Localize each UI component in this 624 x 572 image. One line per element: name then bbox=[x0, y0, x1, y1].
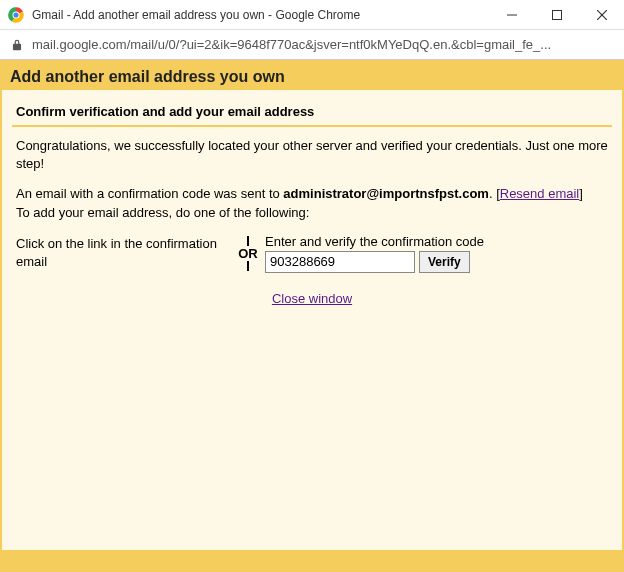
sent-prefix: An email with a confirmation code was se… bbox=[16, 186, 283, 201]
left-instruction: Click on the link in the confirmation em… bbox=[16, 235, 231, 271]
verify-button[interactable]: Verify bbox=[419, 251, 470, 273]
window-controls bbox=[489, 0, 624, 29]
maximize-button[interactable] bbox=[534, 0, 579, 29]
minimize-button[interactable] bbox=[489, 0, 534, 29]
lock-icon bbox=[10, 38, 24, 52]
url-text: mail.google.com/mail/u/0/?ui=2&ik=9648f7… bbox=[32, 37, 614, 52]
close-button[interactable] bbox=[579, 0, 624, 29]
content-wrap: Add another email address you own Confir… bbox=[0, 60, 624, 572]
panel: Confirm verification and add your email … bbox=[2, 90, 622, 550]
banner: Add another email address you own bbox=[2, 62, 622, 90]
right-column: Enter and verify the confirmation code V… bbox=[265, 234, 608, 273]
congrats-text: Congratulations, we successfully located… bbox=[16, 137, 608, 173]
svg-rect-4 bbox=[552, 10, 561, 19]
close-window-link[interactable]: Close window bbox=[272, 291, 352, 306]
resend-email-link[interactable]: Resend email bbox=[500, 186, 580, 201]
chrome-icon bbox=[8, 7, 24, 23]
or-tick-bottom bbox=[247, 261, 249, 271]
confirmation-sent-text: An email with a confirmation code was se… bbox=[16, 185, 608, 221]
titlebar: Gmail - Add another email address you ow… bbox=[0, 0, 624, 30]
todo-line: To add your email address, do one of the… bbox=[16, 205, 309, 220]
bracket-close: ] bbox=[579, 186, 583, 201]
or-tick-top bbox=[247, 236, 249, 246]
svg-point-2 bbox=[13, 12, 18, 17]
or-label: OR bbox=[231, 246, 265, 261]
sent-email: administrator@importnsfpst.com bbox=[283, 186, 489, 201]
or-row: Click on the link in the confirmation em… bbox=[16, 234, 608, 273]
or-separator: OR bbox=[231, 236, 265, 271]
close-link-row: Close window bbox=[12, 291, 612, 306]
page-title: Add another email address you own bbox=[10, 68, 285, 85]
confirmation-code-input[interactable] bbox=[265, 251, 415, 273]
code-row: Verify bbox=[265, 251, 608, 273]
section-title: Confirm verification and add your email … bbox=[12, 100, 612, 127]
address-bar[interactable]: mail.google.com/mail/u/0/?ui=2&ik=9648f7… bbox=[0, 30, 624, 60]
right-instruction: Enter and verify the confirmation code bbox=[265, 234, 608, 249]
window-title: Gmail - Add another email address you ow… bbox=[32, 8, 489, 22]
